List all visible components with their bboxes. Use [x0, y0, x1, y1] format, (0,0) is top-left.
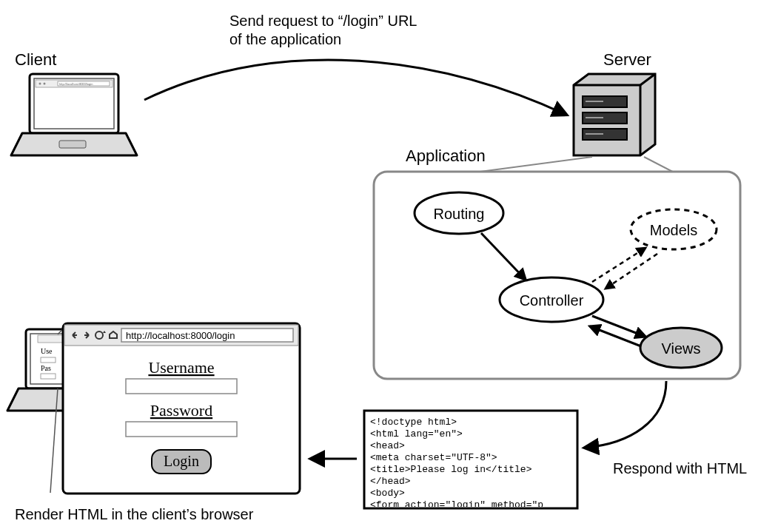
request-arrow — [144, 60, 566, 115]
tiny-user-label: Use — [41, 347, 53, 355]
respond-label: Respond with HTML — [613, 460, 747, 477]
snippet-l1: <!doctype html> — [370, 417, 457, 428]
username-label: Username — [148, 358, 214, 377]
svg-point-3 — [39, 83, 41, 85]
render-label: Render HTML in the client’s browser — [15, 506, 254, 522]
password-input[interactable] — [126, 422, 237, 437]
html-snippet-box: <!doctype html> <html lang="en"> <head> … — [364, 411, 577, 511]
send-request-label-1: Send request to “/login” URL — [229, 13, 417, 29]
client-label: Client — [15, 50, 56, 69]
snippet-l3: <head> — [370, 440, 405, 451]
snippet-l4: <meta charset="UTF-8"> — [370, 452, 497, 463]
client-laptop-icon: http://localhost:8000/login — [11, 74, 137, 155]
tiny-pass-label: Pas — [41, 364, 51, 372]
client-url-tiny: http://localhost:8000/login — [59, 82, 93, 86]
snippet-l7: <body> — [370, 488, 405, 499]
svg-point-4 — [44, 83, 46, 85]
login-button-label: Login — [164, 453, 199, 470]
svg-rect-19 — [41, 374, 56, 379]
server-icon — [574, 74, 655, 155]
diagram-svg: Client http://localhost:8000/login Send … — [0, 0, 758, 532]
svg-rect-18 — [41, 357, 56, 363]
server-label: Server — [603, 50, 651, 69]
svg-rect-6 — [59, 141, 86, 148]
snippet-l5: <title>Please log in</title> — [370, 464, 532, 475]
models-label: Models — [650, 222, 697, 238]
controller-label: Controller — [520, 292, 584, 309]
username-input[interactable] — [126, 379, 237, 394]
send-request-label-2: of the application — [229, 31, 341, 47]
respond-arrow — [585, 381, 666, 448]
snippet-l6: </head> — [370, 476, 411, 487]
application-label: Application — [406, 147, 486, 165]
snippet-l2: <html lang="en"> — [370, 428, 463, 440]
url-text: http://localhost:8000/login — [126, 330, 235, 341]
password-label: Password — [150, 401, 212, 420]
routing-label: Routing — [434, 206, 485, 222]
views-label: Views — [662, 340, 701, 357]
login-button[interactable]: Login — [152, 450, 211, 474]
browser-window: http://localhost:8000/login Username Pas… — [63, 323, 300, 494]
